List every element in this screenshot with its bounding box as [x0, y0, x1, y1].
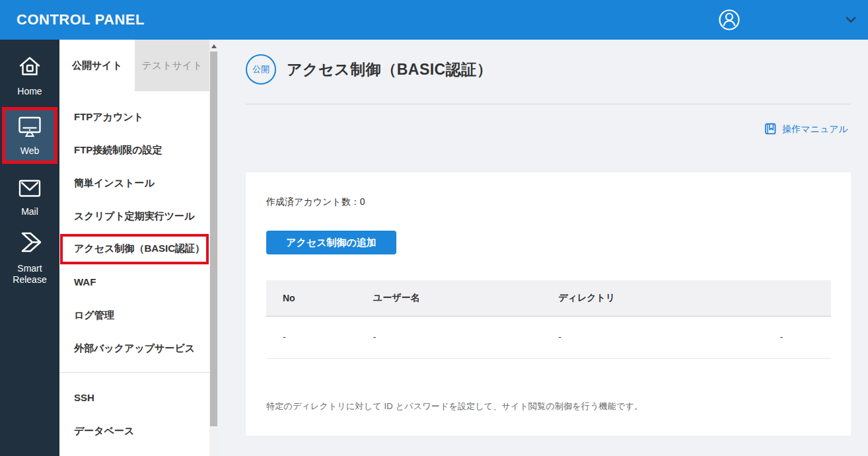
table-cell: - [763, 316, 831, 358]
site-tabs: 公開サイト テストサイト [59, 40, 218, 91]
col-header-no: No [266, 280, 357, 316]
table-cell: - [357, 316, 542, 358]
page-header: 公開 アクセス制御（BASIC認証） [218, 40, 868, 85]
access-control-table: No ユーザー名 ディレクトリ - - - - [266, 280, 831, 359]
menu-item-access-control[interactable]: アクセス制御（BASIC認証） [60, 234, 209, 264]
main-content: 公開 アクセス制御（BASIC認証） 操作マニュアル [218, 40, 868, 456]
sidebar-item-label: Smart Release [5, 263, 54, 285]
content-card: 作成済アカウント数：0 アクセス制御の追加 No ユーザー名 ディレクトリ - [246, 172, 851, 436]
tab-public-site[interactable]: 公開サイト [59, 40, 135, 91]
web-menu: FTPアカウント FTP接続制限の設定 簡単インストール スクリプト定期実行ツー… [59, 100, 218, 365]
menu-item-database[interactable]: データベース [59, 414, 218, 447]
feature-description: 特定のディレクトリに対して ID とパスワードを設定して、サイト閲覧の制御を行う… [266, 400, 831, 412]
menu-item-ftp-account[interactable]: FTPアカウント [59, 100, 218, 133]
app-window: CONTROL PANEL [0, 0, 868, 456]
page-title: アクセス制御（BASIC認証） [287, 59, 492, 80]
menu-item-script-scheduler[interactable]: スクリプト定期実行ツール [59, 200, 218, 233]
sidebar-item-web[interactable]: Web [2, 107, 57, 164]
scroll-up-arrow[interactable] [211, 44, 217, 48]
table-header-row: No ユーザー名 ディレクトリ [266, 280, 831, 316]
manual-book-icon [764, 122, 777, 137]
sidebar-item-label: Web [5, 145, 54, 157]
chevron-down-icon[interactable] [846, 17, 856, 23]
sidebar-item-label: Home [5, 86, 54, 97]
header-divider [246, 104, 851, 104]
header-actions [717, 8, 868, 32]
table-row: - - - - [266, 316, 831, 358]
sidebar-scrollbar[interactable] [209, 40, 218, 456]
table-cell: - [266, 316, 357, 358]
user-account-icon[interactable] [717, 8, 741, 32]
smart-release-icon [15, 227, 45, 259]
sidebar-item-mail[interactable]: Mail [0, 169, 59, 225]
menu-item-ftp-restriction[interactable]: FTP接続制限の設定 [59, 133, 218, 167]
col-header-directory: ディレクトリ [542, 280, 763, 316]
menu-item-waf[interactable]: WAF [59, 266, 218, 299]
account-count: 作成済アカウント数：0 [266, 196, 831, 208]
menu-divider [59, 372, 209, 373]
web-menu-advanced: SSH データベース [59, 381, 218, 447]
add-access-control-button[interactable]: アクセス制御の追加 [266, 231, 396, 254]
menu-item-log-management[interactable]: ログ管理 [59, 299, 218, 332]
manual-link[interactable]: 操作マニュアル [764, 123, 848, 136]
sidebar-item-label: Mail [5, 206, 54, 217]
monitor-icon [17, 115, 43, 141]
sidebar-item-smart-release[interactable]: Smart Release [0, 229, 59, 284]
menu-item-external-backup[interactable]: 外部バックアップサービス [59, 332, 218, 365]
tab-test-site[interactable]: テストサイト [135, 40, 209, 91]
menu-item-ssh[interactable]: SSH [59, 381, 218, 414]
public-badge: 公開 [246, 54, 276, 85]
menu-item-easy-install[interactable]: 簡単インストール [59, 167, 218, 200]
manual-link-label: 操作マニュアル [782, 124, 848, 135]
sidebar-item-home[interactable]: Home [0, 48, 59, 103]
secondary-sidebar: 公開サイト テストサイト FTPアカウント FTP接続制限の設定 簡単インストー… [59, 40, 218, 456]
app-title: CONTROL PANEL [0, 11, 145, 28]
primary-sidebar: Home Web [0, 40, 59, 456]
table-cell: - [542, 316, 763, 358]
manual-link-row: 操作マニュアル [218, 123, 848, 136]
home-icon [17, 54, 43, 82]
col-header-actions [763, 280, 831, 316]
col-header-username: ユーザー名 [357, 280, 542, 316]
scrollbar-thumb[interactable] [210, 52, 217, 426]
envelope-icon [17, 177, 43, 202]
top-header: CONTROL PANEL [0, 0, 868, 40]
